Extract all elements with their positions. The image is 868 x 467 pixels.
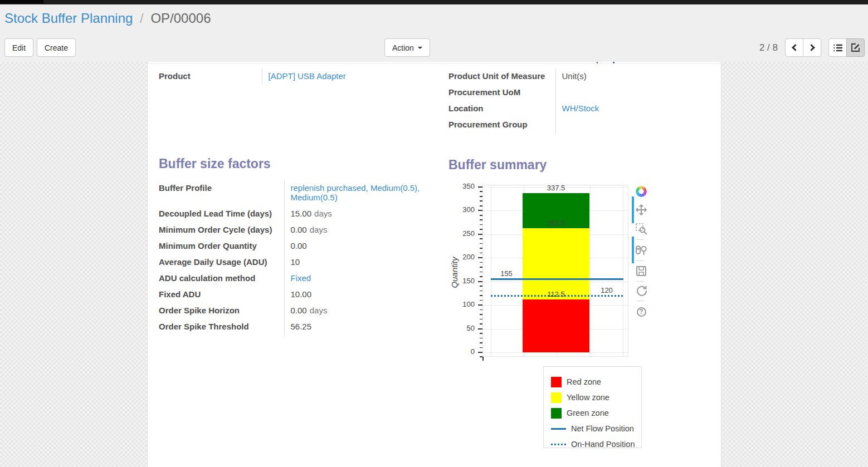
product-group: Product [ADPT] USB Adapter xyxy=(159,68,437,85)
field-label: Procurement Group xyxy=(448,117,555,133)
field-label: Fixed ADU xyxy=(159,287,284,303)
field-row: Product Unit of MeasureUnit(s) xyxy=(448,68,706,85)
field-row: Buffer Profilereplenish purchased, Mediu… xyxy=(159,180,433,206)
field-row: Decoupled Lead Time (days)15.00days xyxy=(159,206,433,222)
legend-label: On-Hand Position xyxy=(571,440,635,449)
field-value-link[interactable]: WH/Stock xyxy=(562,104,599,113)
pager-next-button[interactable] xyxy=(803,38,821,57)
field-value: 0.00 xyxy=(291,225,307,234)
create-button[interactable]: Create xyxy=(37,38,76,57)
chevron-down-icon xyxy=(418,47,422,49)
field-value: 56.25 xyxy=(291,322,312,331)
help-icon[interactable]: ? xyxy=(635,305,648,318)
legend-item[interactable]: Net Flow Position xyxy=(551,421,641,436)
product-label: Product xyxy=(159,68,262,85)
field-label: Product Unit of Measure xyxy=(448,68,555,85)
modebar-separator xyxy=(637,260,644,261)
edit-button[interactable]: Edit xyxy=(4,38,33,57)
legend-label: Net Flow Position xyxy=(571,424,634,433)
clipped-text-fragment xyxy=(597,62,598,63)
y-minor-tick xyxy=(480,295,482,296)
field-value-link[interactable]: Fixed xyxy=(291,273,311,283)
field-row: Product [ADPT] USB Adapter xyxy=(159,68,346,85)
y-minor-tick xyxy=(480,276,482,277)
y-minor-tick xyxy=(480,300,482,301)
content-background: Product [ADPT] USB Adapter Product Unit … xyxy=(0,62,868,467)
field-value: 15.00 xyxy=(291,209,312,218)
field-row: LocationWH/Stock xyxy=(448,101,706,117)
field-value: 0.00 xyxy=(291,306,307,315)
annotation: 262.5 xyxy=(547,219,565,227)
chart-legend: Red zoneYellow zoneGreen zoneNet Flow Po… xyxy=(543,366,642,448)
y-minor-tick xyxy=(480,342,482,343)
list-view-button[interactable] xyxy=(828,38,847,57)
legend-swatch-square xyxy=(551,392,562,403)
y-minor-tick xyxy=(480,338,482,339)
pager xyxy=(785,38,821,57)
buffer-summary-chart: Quantity 337.5262.5155112.5120 050100150… xyxy=(446,180,658,373)
field-label: Minimum Order Quantity xyxy=(159,238,284,254)
zone-yellow xyxy=(523,228,589,299)
plotly-logo-icon[interactable] xyxy=(635,185,648,198)
field-row: Minimum Order Cycle (days)0.00days xyxy=(159,222,433,238)
field-value-link[interactable]: replenish purchased, Medium(0.5), Medium… xyxy=(291,183,420,202)
legend-label: Red zone xyxy=(567,377,601,386)
save-icon[interactable] xyxy=(635,264,648,278)
procurement-group: Product Unit of MeasureUnit(s)Procuremen… xyxy=(448,68,715,133)
action-dropdown-button[interactable]: Action xyxy=(384,38,430,57)
legend-label: Yellow zone xyxy=(567,393,609,402)
form-view-button[interactable] xyxy=(846,38,865,57)
field-label: ADU calculation method xyxy=(159,271,284,287)
field-value: Unit(s) xyxy=(562,71,587,81)
legend-item[interactable]: Yellow zone xyxy=(551,390,641,405)
y-minor-tick xyxy=(480,347,482,348)
legend-swatch-square xyxy=(551,377,562,387)
legend-item[interactable]: Red zone xyxy=(551,374,641,390)
y-minor-tick xyxy=(480,191,482,192)
section-title-summary: Buffer summary xyxy=(448,158,715,173)
reset-axes-icon[interactable] xyxy=(635,284,648,297)
pan-icon[interactable] xyxy=(635,203,648,217)
annotation: 112.5 xyxy=(547,290,565,298)
field-row: Order Spike Threshold56.25 xyxy=(159,319,433,335)
breadcrumb-separator: / xyxy=(136,11,147,26)
field-value: 10 xyxy=(291,257,300,267)
field-row: Fixed ADU10.00 xyxy=(159,287,433,303)
pager-count: 2 / 8 xyxy=(759,42,778,53)
app-top-menubar xyxy=(0,0,868,4)
field-row: Order Spike Horizon0.00days xyxy=(159,303,433,319)
y-minor-tick xyxy=(480,243,482,244)
box-zoom-icon[interactable] xyxy=(635,222,648,235)
field-unit-suffix: days xyxy=(307,306,328,315)
pager-prev-button[interactable] xyxy=(785,38,803,57)
field-label: Location xyxy=(448,101,555,117)
y-minor-tick xyxy=(480,319,482,320)
legend-item[interactable]: Green zone xyxy=(551,405,641,421)
breadcrumb-current: OP/00006 xyxy=(150,11,211,26)
y-minor-tick xyxy=(480,323,482,325)
y-minor-tick xyxy=(480,229,482,230)
legend-swatch-line xyxy=(551,428,566,430)
field-label: Minimum Order Cycle (days) xyxy=(159,222,284,238)
y-minor-tick xyxy=(480,219,482,220)
zoom-in-out-icon[interactable] xyxy=(635,243,648,257)
field-value: 0.00 xyxy=(291,241,307,250)
modebar-separator xyxy=(637,239,644,240)
section-title-factors: Buffer size factors xyxy=(159,156,440,171)
y-minor-tick xyxy=(480,291,482,292)
y-tick-label: 250 xyxy=(446,229,479,238)
y-tick-label: 100 xyxy=(446,300,479,308)
annotation: 337.5 xyxy=(547,184,565,192)
field-label: Order Spike Horizon xyxy=(159,303,284,319)
breadcrumb-parent-link[interactable]: Stock Buffer Planning xyxy=(4,11,133,26)
y-minor-tick xyxy=(480,253,482,254)
modebar-separator xyxy=(637,301,644,301)
field-row: Minimum Order Quantity0.00 xyxy=(159,238,433,254)
field-unit-suffix: days xyxy=(311,209,332,218)
zone-red xyxy=(523,299,589,352)
legend-item[interactable]: On-Hand Position xyxy=(551,436,641,452)
product-link[interactable]: [ADPT] USB Adapter xyxy=(269,71,346,81)
chevron-right-icon xyxy=(808,44,815,51)
plot-area: 337.5262.5155112.5120 xyxy=(482,185,628,357)
y-minor-tick xyxy=(480,248,482,249)
